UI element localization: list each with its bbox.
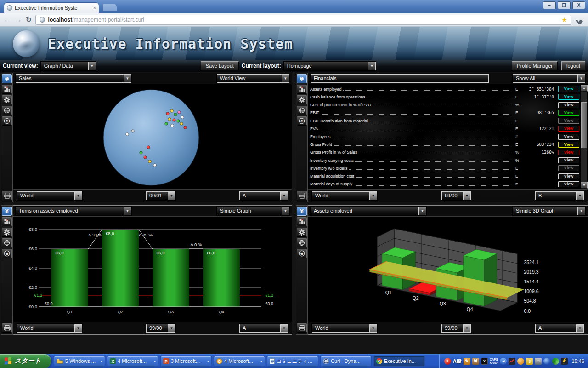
scroll-up-icon[interactable]: ▲ (581, 85, 588, 92)
group-caret-icon[interactable]: ▾ (154, 359, 156, 363)
map-marker[interactable] (178, 111, 181, 114)
browser-tab[interactable]: Executive Information Syste × (4, 2, 99, 13)
window-restore-button[interactable]: ❐ (558, 1, 571, 9)
yen-icon[interactable]: ¥ (297, 207, 307, 216)
turns-period-dropdown[interactable]: 99/00 ▼ (146, 324, 175, 333)
globe-icon[interactable] (2, 106, 12, 115)
map-marker[interactable] (144, 156, 147, 159)
start-button[interactable]: スタート (0, 354, 51, 368)
scrollbar-thumb[interactable] (581, 102, 587, 148)
chevron-down-icon[interactable]: ▼ (369, 192, 377, 200)
chevron-down-icon[interactable]: ▼ (124, 207, 131, 215)
hierarchy-icon[interactable] (2, 85, 12, 94)
hierarchy-icon[interactable] (297, 85, 307, 94)
chevron-down-icon[interactable]: ▼ (282, 207, 289, 215)
url-bar[interactable]: localhost/management-portal/start.curl ★ (35, 15, 571, 25)
world-globe[interactable] (13, 84, 292, 190)
turns-region-dropdown[interactable]: World ▼ (17, 324, 82, 333)
new-tab-button[interactable] (103, 4, 117, 11)
taskbar-button-chrome[interactable]: Executive In... (373, 356, 425, 367)
save-layout-button[interactable]: Save Layout (201, 61, 239, 70)
chevron-down-icon[interactable]: ▼ (463, 192, 470, 200)
taskbar-button-folder[interactable]: 5 Windows ...▾ (54, 356, 105, 367)
chevron-down-icon[interactable]: ▼ (576, 192, 583, 200)
assets-view-dropdown[interactable]: Simple 3D Graph ▼ (513, 207, 585, 215)
hierarchy-icon[interactable] (297, 217, 307, 226)
bookmark-star-icon[interactable]: ★ (561, 16, 567, 23)
tray-collapse-icon[interactable]: ◂ (500, 358, 507, 365)
view-button[interactable]: View (558, 173, 579, 179)
financials-scenario-dropdown[interactable]: B ▼ (535, 191, 584, 200)
sales-metric-dropdown[interactable]: Sales ▼ (16, 74, 131, 83)
chevron-down-icon[interactable]: ▼ (280, 192, 288, 200)
hierarchy-icon[interactable] (2, 217, 12, 226)
chevron-down-icon[interactable]: ▼ (368, 62, 375, 70)
ime-brush-icon[interactable]: ✎ (464, 358, 470, 365)
euro-icon[interactable]: e (2, 116, 12, 126)
euro-icon[interactable]: e (297, 116, 307, 126)
yen-icon[interactable]: ¥ (297, 74, 307, 83)
gear-icon[interactable] (2, 95, 12, 104)
tab-close-icon[interactable]: × (93, 5, 96, 11)
chevron-down-icon[interactable]: ▼ (418, 207, 426, 215)
display-monitor-icon[interactable]: ▭ (535, 358, 542, 365)
view-button[interactable]: View (558, 110, 579, 116)
euro-icon[interactable]: e (297, 249, 307, 258)
power-lightning-icon[interactable] (561, 358, 568, 365)
network-activity-icon[interactable] (509, 358, 515, 365)
chevron-down-icon[interactable]: ▼ (74, 324, 82, 332)
view-button[interactable]: View (558, 102, 579, 108)
view-button[interactable]: View (558, 157, 579, 163)
taskbar-button-curl[interactable]: Curl - Dyna... (320, 356, 372, 367)
view-button[interactable]: View (558, 181, 579, 187)
map-marker[interactable] (165, 122, 168, 125)
view-button[interactable]: View (558, 150, 579, 155)
assets-scenario-dropdown[interactable]: A ▼ (535, 324, 584, 333)
group-caret-icon[interactable]: ▾ (207, 359, 209, 363)
financials-scrollbar[interactable]: ▲ ▼ (580, 85, 587, 189)
view-button[interactable]: View (558, 86, 579, 92)
globe-icon[interactable] (297, 106, 307, 115)
chevron-down-icon[interactable]: ▼ (88, 62, 96, 70)
logout-button[interactable]: logout (561, 61, 585, 70)
euro-icon[interactable]: e (2, 249, 12, 258)
financials-region-dropdown[interactable]: World ▼ (312, 191, 377, 200)
turns-metric-dropdown[interactable]: Turns on assets employed ▼ (16, 207, 131, 215)
sales-scenario-dropdown[interactable]: A ▼ (239, 191, 288, 200)
globe-icon[interactable] (297, 238, 307, 247)
assets-metric-dropdown[interactable]: Assets employed ▼ (311, 207, 426, 215)
ime-help-icon[interactable]: ? (481, 358, 488, 365)
taskbar-button-outlook[interactable]: O4 Microsoft...▾ (214, 356, 265, 367)
map-marker[interactable] (131, 130, 134, 132)
ime-mode-indicator[interactable]: A般 (453, 358, 462, 365)
profile-manager-button[interactable]: Profile Manager (512, 61, 558, 70)
view-button[interactable]: View (558, 118, 579, 124)
map-marker[interactable] (184, 126, 187, 129)
financials-period-dropdown[interactable]: 99/00 ▼ (441, 191, 471, 200)
messenger-icon[interactable] (543, 358, 550, 365)
sales-region-dropdown[interactable]: World ▼ (17, 191, 82, 200)
gear-icon[interactable] (2, 228, 12, 237)
yen-icon[interactable]: ¥ (2, 74, 12, 83)
chevron-down-icon[interactable]: ▼ (280, 324, 288, 332)
chevron-down-icon[interactable]: ▼ (74, 192, 82, 200)
map-marker[interactable] (148, 160, 151, 163)
taskbar-button-document[interactable]: コミュニティネ... (267, 356, 318, 367)
map-marker[interactable] (168, 118, 171, 121)
gear-icon[interactable] (297, 228, 307, 237)
taskbar-button-powerpoint[interactable]: P3 Microsoft...▾ (160, 356, 212, 367)
print-icon[interactable] (297, 191, 307, 200)
view-button[interactable]: View (558, 94, 579, 100)
turns-scenario-dropdown[interactable]: A ▼ (239, 324, 288, 333)
view-button[interactable]: View (558, 165, 579, 171)
map-marker[interactable] (140, 151, 142, 154)
globe-icon[interactable] (2, 238, 12, 247)
window-minimize-button[interactable]: – (543, 1, 556, 9)
forward-button[interactable]: → (15, 16, 22, 23)
update-orb-icon[interactable] (552, 358, 559, 365)
back-button[interactable]: ← (4, 16, 11, 23)
bar[interactable] (203, 249, 240, 307)
chevron-down-icon[interactable]: ▼ (168, 324, 175, 332)
current-view-dropdown[interactable]: Graph / Data ▼ (41, 62, 96, 70)
map-marker[interactable] (177, 120, 180, 122)
